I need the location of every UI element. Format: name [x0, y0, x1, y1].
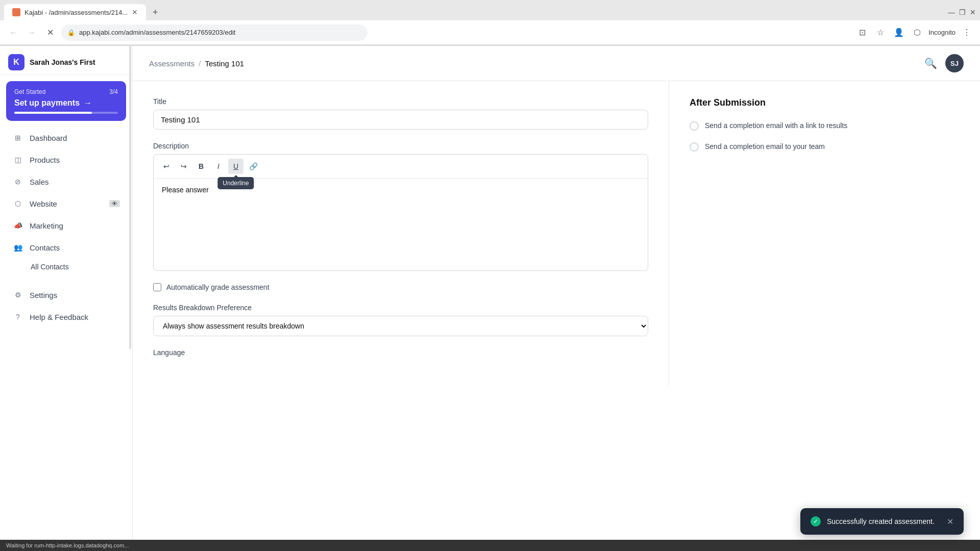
rte-toolbar: ↩ ↪ B I U Underline 🔗	[154, 155, 648, 179]
language-label: Language	[153, 348, 648, 357]
website-icon: ⬡	[12, 198, 23, 209]
search-button[interactable]: 🔍	[924, 57, 937, 69]
sales-icon: ⊘	[12, 176, 23, 187]
language-group: Language	[153, 348, 648, 357]
marketing-icon: 📣	[12, 220, 23, 231]
toast-message: Successfully created assessment.	[827, 517, 935, 525]
kajabi-logo: K	[8, 54, 24, 70]
profile-icon[interactable]: 👤	[892, 26, 906, 40]
get-started-card[interactable]: Get Started 3/4 Set up payments →	[6, 81, 126, 121]
get-started-cta: Set up payments	[14, 98, 80, 108]
sidebar-label-settings: Settings	[30, 291, 120, 299]
window-close[interactable]: ✕	[970, 8, 976, 16]
sidebar-label-marketing: Marketing	[30, 221, 120, 230]
sidebar-scrollbar[interactable]	[129, 46, 131, 349]
sidebar-item-products[interactable]: ◫ Products	[4, 149, 128, 170]
sidebar-label-help: Help & Feedback	[30, 313, 120, 321]
brand-name: Sarah Jonas's First	[30, 58, 95, 66]
forward-button[interactable]: →	[24, 26, 39, 40]
toast-notification: ✓ Successfully created assessment. ✕	[800, 508, 964, 535]
bookmark-icon[interactable]: ☆	[873, 26, 888, 40]
sidebar-item-marketing[interactable]: 📣 Marketing	[4, 215, 128, 236]
get-started-progress: 3/4	[109, 88, 118, 95]
underline-button[interactable]: U	[228, 159, 243, 174]
new-tab-button[interactable]: +	[148, 5, 162, 19]
sidebar: K Sarah Jonas's First Get Started 3/4 Se…	[0, 46, 133, 551]
results-select[interactable]: Always show assessment results breakdown…	[153, 316, 648, 336]
sidebar-item-dashboard[interactable]: ⊞ Dashboard	[4, 127, 128, 148]
breadcrumb: Assessments / Testing 101	[149, 59, 244, 68]
auto-grade-checkbox[interactable]	[153, 283, 161, 291]
active-tab[interactable]: Kajabi - /admin/assessments/214... ✕	[4, 4, 146, 20]
main-content: Assessments / Testing 101 🔍 SJ Title De	[133, 46, 980, 551]
link-button[interactable]: 🔗	[246, 159, 261, 174]
results-label: Results Breakdown Preference	[153, 304, 648, 312]
incognito-label: Incognito	[928, 29, 955, 36]
breadcrumb-current: Testing 101	[205, 59, 244, 68]
title-input[interactable]	[153, 110, 648, 130]
undo-button[interactable]: ↩	[159, 159, 174, 174]
auto-grade-row: Automatically grade assessment	[153, 283, 648, 291]
page-header: Assessments / Testing 101 🔍 SJ	[133, 46, 980, 81]
toast-success-icon: ✓	[811, 516, 821, 527]
radio-option-2[interactable]	[690, 142, 699, 152]
contacts-icon: 👥	[12, 242, 23, 253]
url-text: app.kajabi.com/admin/assessments/2147659…	[79, 29, 235, 36]
redo-button[interactable]: ↪	[176, 159, 191, 174]
window-restore[interactable]: ❐	[959, 8, 966, 16]
arrow-icon: →	[84, 98, 92, 108]
after-sub-option-2[interactable]: Send a completion email to your team	[690, 141, 852, 152]
sidebar-label-contacts: Contacts	[30, 243, 120, 252]
after-sub-option-2-text: Send a completion email to your team	[705, 141, 825, 152]
menu-icon[interactable]: ⋮	[960, 26, 974, 40]
back-button[interactable]: ←	[6, 26, 20, 40]
user-avatar[interactable]: SJ	[945, 54, 964, 72]
all-contacts-label: All Contacts	[31, 263, 69, 271]
title-group: Title	[153, 97, 648, 130]
after-submission-title: After Submission	[690, 97, 852, 108]
sidebar-item-sales[interactable]: ⊘ Sales	[4, 171, 128, 192]
dashboard-icon: ⊞	[12, 132, 23, 143]
header-actions: 🔍 SJ	[924, 54, 964, 72]
after-sub-option-1[interactable]: Send a completion email with a link to r…	[690, 120, 852, 131]
window-minimize[interactable]: —	[948, 8, 955, 16]
toast-close-button[interactable]: ✕	[947, 517, 953, 527]
status-text: Waiting for rum-http-intake.logs.datadog…	[6, 542, 129, 548]
description-label: Description	[153, 142, 648, 150]
after-submission-sidebar: After Submission Send a completion email…	[669, 81, 873, 385]
products-icon: ◫	[12, 154, 23, 165]
form-area: Title Description ↩ ↪ B I U	[133, 81, 980, 385]
brand-initial: K	[13, 58, 19, 67]
progress-bar	[14, 112, 118, 114]
sidebar-label-dashboard: Dashboard	[30, 134, 120, 142]
description-editor-body[interactable]: Please answer	[154, 179, 648, 270]
title-label: Title	[153, 97, 648, 106]
description-group: Description ↩ ↪ B I U Underline 🔗	[153, 142, 648, 271]
bold-button[interactable]: B	[193, 159, 209, 174]
cast-icon[interactable]: ⊡	[855, 26, 869, 40]
sidebar-item-website[interactable]: ⬡ Website 👁	[4, 193, 128, 214]
after-sub-option-1-text: Send a completion email with a link to r…	[705, 120, 847, 131]
extensions-icon[interactable]: ⬡	[910, 26, 924, 40]
brand-header: K Sarah Jonas's First	[0, 46, 132, 75]
tab-close-button[interactable]: ✕	[132, 8, 138, 16]
sidebar-subitem-all-contacts[interactable]: All Contacts	[4, 259, 128, 275]
get-started-label: Get Started	[14, 88, 45, 95]
sidebar-label-sales: Sales	[30, 178, 120, 186]
description-content: Please answer	[162, 186, 209, 194]
sidebar-item-contacts[interactable]: 👥 Contacts	[4, 237, 128, 258]
address-bar[interactable]: 🔒 app.kajabi.com/admin/assessments/21476…	[61, 24, 368, 41]
progress-fill	[14, 112, 92, 114]
results-group: Results Breakdown Preference Always show…	[153, 304, 648, 336]
settings-icon: ⚙	[12, 289, 23, 300]
rich-text-editor: ↩ ↪ B I U Underline 🔗 Please answer	[153, 154, 648, 271]
lock-icon: 🔒	[67, 29, 75, 36]
breadcrumb-assessments[interactable]: Assessments	[149, 59, 194, 68]
italic-button[interactable]: I	[211, 159, 226, 174]
sidebar-item-help[interactable]: ? Help & Feedback	[4, 306, 128, 328]
auto-grade-label: Automatically grade assessment	[166, 283, 270, 291]
reload-button[interactable]: ✕	[43, 26, 57, 40]
radio-option-1[interactable]	[690, 121, 699, 131]
tab-label: Kajabi - /admin/assessments/214...	[24, 9, 128, 16]
sidebar-item-settings[interactable]: ⚙ Settings	[4, 284, 128, 306]
